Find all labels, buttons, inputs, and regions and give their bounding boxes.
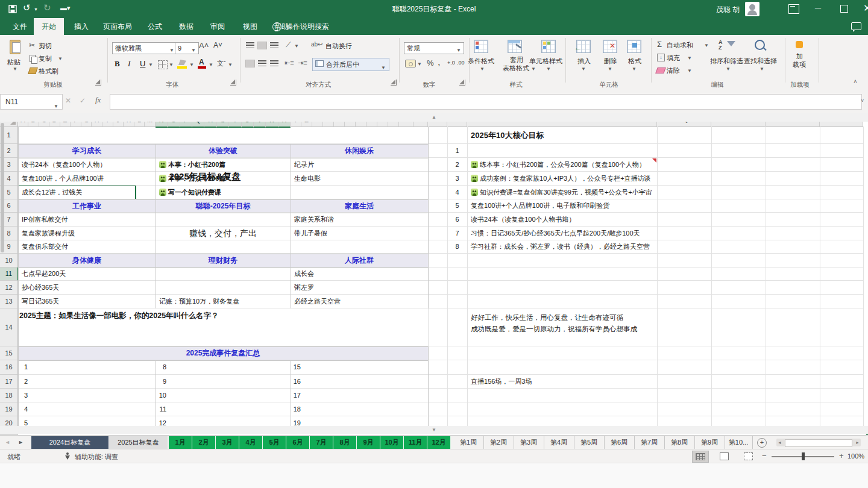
cell-text[interactable]: 复盘100讲，个人品牌100讲 [22,172,104,185]
cell-text[interactable]: 生命电影 [294,172,321,185]
sheet-tab-month-5月[interactable]: 5月 [263,436,286,449]
cell-text[interactable]: 七点早起200天 [22,267,66,280]
comments-icon[interactable] [851,22,861,30]
find-select-label[interactable]: 查找和选择 [744,57,777,66]
row-header-15[interactable]: 15 [0,346,18,360]
qat-customize-icon[interactable]: ▬▾ [60,4,71,12]
merge-center-button[interactable]: 合并后居中▼ [312,58,389,71]
autosum-dropdown-icon[interactable]: ▼ [704,43,709,48]
core-goal-number[interactable]: 3 [447,172,467,185]
menu-tab-视图[interactable]: 视图 [235,18,265,35]
summary-number[interactable]: 17 [291,389,301,402]
decrease-decimal-icon[interactable]: .00 [457,60,465,66]
sheet-tab-month-2月[interactable]: 2月 [192,436,216,449]
core-goal-number[interactable]: 8 [447,240,467,253]
hscroll-left-icon[interactable]: ◄ [778,440,782,445]
cell-text[interactable]: 写一个知识付费课 [159,186,221,199]
find-select-icon[interactable] [755,40,765,50]
borders-icon[interactable] [158,60,168,69]
sheet-tab-month-12月[interactable]: 12月 [427,436,451,449]
phonetic-dropdown-icon[interactable]: ▼ [228,62,233,67]
align-left-icon[interactable] [246,60,254,67]
autosum-label[interactable]: 自动求和 [667,41,693,50]
close-button[interactable]: ✕ [863,2,868,14]
delete-cells-dropdown-icon[interactable]: ▼ [608,66,612,72]
core-goal-text[interactable]: 学习社群：成长会，粥左罗，读书（经典），必经之路天空营 [471,240,650,253]
conditional-formatting-dropdown-icon[interactable]: ▼ [480,66,485,72]
accessibility-status[interactable]: 辅助功能: 调查 [75,452,118,461]
align-middle-icon[interactable] [258,42,266,49]
cell-text[interactable]: 粥左罗 [294,281,314,294]
paste-label[interactable]: 粘贴 [7,58,20,67]
addin-label-line2[interactable]: 载项 [793,60,806,69]
collapse-ribbon-icon[interactable]: ˄ [854,78,857,85]
fill-label[interactable]: 填充 [667,54,680,63]
row-header-16[interactable]: 16 [0,360,18,375]
copy-dropdown-icon[interactable]: ▼ [58,56,63,61]
cell-text[interactable]: 读书24本（复盘100个人物） [22,158,107,171]
number-dialog-launcher[interactable] [459,80,465,86]
account-name[interactable]: 茂聪 胡 [716,5,740,15]
core-goal-number[interactable]: 4 [447,186,467,199]
core-goal-number[interactable]: 2 [447,158,467,171]
grow-font-icon[interactable]: A˄ [199,41,209,50]
font-name-select[interactable]: 微软雅黑▼ [112,42,177,54]
zoom-in-button[interactable]: + [839,451,844,460]
cell-text[interactable]: 纪录片 [294,158,314,171]
font-color-dropdown-icon[interactable]: ▼ [209,62,213,67]
vscroll-thumb[interactable] [1,123,4,252]
vscroll-up-icon[interactable]: ▲ [0,113,868,122]
view-normal-button[interactable] [692,451,709,463]
insert-function-icon[interactable]: fx [95,95,101,105]
decrease-indent-icon[interactable]: ⇤≡ [285,59,294,67]
phonetic-icon[interactable]: 文˘ [217,59,226,68]
name-box[interactable]: N11▼ [0,94,63,110]
clear-dropdown-icon[interactable]: ▼ [687,68,692,74]
zoom-out-button[interactable]: − [762,451,767,460]
row-header-12[interactable]: 12 [0,281,18,295]
cut-icon[interactable]: ✂ [29,41,35,49]
sheet-tab-week-5[interactable]: 第5周 [574,436,605,449]
tell-me-search[interactable]: 操作说明搜索 [286,18,329,35]
number-format-select[interactable]: 常规▼ [404,42,464,54]
core-goal-text[interactable]: 读书24本（读复盘100个人物书籍） [471,213,576,226]
currency-dropdown-icon[interactable]: ▼ [417,61,422,67]
cell-text[interactable]: 复盘俱乐部交付 [22,240,68,253]
sheet-tab-week-7[interactable]: 第7周 [634,436,665,449]
delete-cells-icon[interactable]: ✕ [603,40,617,53]
hscroll-right-icon[interactable]: ► [855,440,860,445]
clear-label[interactable]: 清除 [667,66,680,75]
wrap-text-label[interactable]: 自动换行 [326,42,352,51]
underline-dropdown-icon[interactable]: ▼ [148,62,153,67]
format-painter-icon[interactable] [28,67,38,74]
restore-button[interactable] [840,5,848,13]
cell-text[interactable]: 成长会 [294,267,314,280]
summary-number[interactable]: 2 [18,375,28,388]
find-select-dropdown-icon[interactable]: ▼ [760,66,764,72]
summary-number[interactable]: 18 [291,402,301,416]
menu-tab-审阅[interactable]: 审阅 [203,18,233,35]
fill-color-icon[interactable] [178,60,186,65]
copy-label[interactable]: 复制 [39,54,52,63]
row-header-18[interactable]: 18 [0,389,18,402]
sheet-tab-month-10月[interactable]: 10月 [380,436,404,449]
delete-cells-label[interactable]: 删除 [604,57,617,66]
vscroll-down-icon[interactable]: ▼ [0,426,868,434]
format-as-table-label1[interactable]: 套用 [510,55,523,64]
underline-icon[interactable]: U [140,59,145,68]
tab-scroll-right-icon[interactable]: ► [18,439,24,445]
row-header-11[interactable]: 11 [0,267,19,281]
align-center-icon[interactable] [258,60,266,67]
cell-text[interactable]: 成长会12讲，过钱关 [22,186,82,199]
save-icon[interactable] [8,5,17,13]
increase-decimal-icon[interactable]: +.0 [447,60,455,66]
row-header-19[interactable]: 19 [0,402,18,416]
fill-color-bar[interactable] [177,66,187,69]
enter-icon[interactable]: ✓ [80,96,86,105]
format-cells-label[interactable]: 格式 [628,57,641,66]
currency-icon[interactable] [405,60,416,67]
summary-number[interactable]: 15 [291,360,301,374]
sheet-tab-month-3月[interactable]: 3月 [216,436,239,449]
summary-number[interactable]: 1 [18,360,28,374]
font-dialog-launcher[interactable] [230,80,236,86]
